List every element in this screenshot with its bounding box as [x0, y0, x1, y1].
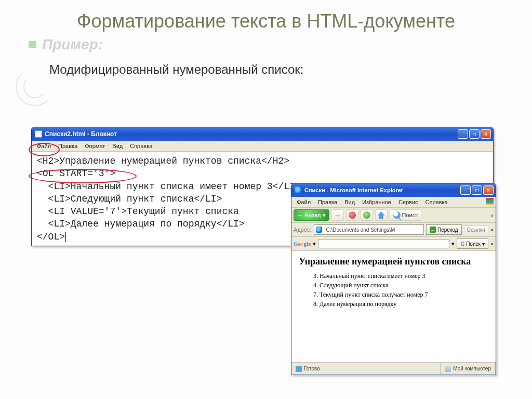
notepad-title: Списки2.html - Блокнот — [45, 130, 458, 138]
ie-title: Списки - Microsoft Internet Explorer — [304, 187, 460, 193]
google-dropdown-icon[interactable]: ▾ — [451, 241, 455, 247]
ie-titlebar[interactable]: Списки - Microsoft Internet Explorer _ □… — [291, 183, 496, 197]
example-label: Пример: — [42, 36, 103, 53]
status-ready: Готово — [291, 363, 441, 375]
numbered-list: Начальный пункт списка имеет номер 3 Сле… — [299, 272, 488, 308]
refresh-button[interactable] — [361, 209, 373, 221]
status-zone-label: Мой компьютер — [453, 366, 491, 371]
chevron-down-icon: ▾ — [482, 241, 485, 247]
notepad-titlebar[interactable]: Списки2.html - Блокнот _ □ × — [32, 127, 493, 141]
ie-content: Управление нумерацией пунктов списка Нач… — [291, 251, 496, 363]
search-button[interactable]: Поиск — [390, 209, 421, 221]
toolbar-more[interactable]: » — [490, 212, 494, 218]
ie-address-bar: Адрес: C:\Documents and Settings\М → Пер… — [291, 223, 496, 237]
status-icon — [296, 366, 302, 372]
address-value: C:\Documents and Settings\М — [326, 227, 395, 233]
menu-view[interactable]: Вид — [341, 198, 358, 206]
menu-file[interactable]: Файл — [294, 198, 314, 206]
menu-edit[interactable]: Правка — [55, 142, 81, 150]
list-item: Далее нумерация по порядку — [320, 300, 488, 308]
list-item: Текущий пункт списка получает номер 7 — [320, 291, 488, 299]
text-cursor — [65, 232, 66, 242]
close-button[interactable]: × — [481, 129, 491, 139]
status-ready-label: Готово — [304, 366, 320, 371]
menu-view[interactable]: Вид — [109, 142, 126, 150]
address-label: Адрес: — [294, 227, 312, 233]
menu-favorites[interactable]: Избранное — [359, 198, 394, 206]
ie-statusbar: Готово Мой компьютер — [291, 362, 496, 375]
stop-button[interactable] — [346, 209, 358, 221]
menu-tools[interactable]: Сервис — [395, 198, 421, 206]
example-bullet: Пример: — [0, 35, 532, 53]
slide-title: Форматирование текста в HTML-документе — [0, 0, 532, 35]
code-line: <OL START='3'> — [37, 167, 488, 180]
minimize-button[interactable]: _ — [458, 129, 468, 139]
code-line: <H2>Управление нумерацией пунктов списка… — [37, 155, 488, 167]
google-g-icon: G — [460, 241, 464, 247]
maximize-button[interactable]: □ — [472, 185, 482, 195]
close-button[interactable]: × — [483, 185, 494, 195]
minimize-button[interactable]: _ — [460, 185, 471, 195]
menu-edit[interactable]: Правка — [315, 198, 340, 206]
ie-window: Списки - Microsoft Internet Explorer _ □… — [291, 183, 496, 375]
menu-help[interactable]: Справка — [127, 142, 155, 150]
ie-nav-toolbar: ← Назад ▾ → Поиск » — [291, 208, 496, 223]
google-dropdown-icon[interactable]: ▾ — [313, 241, 316, 247]
menu-file[interactable]: Файл — [34, 142, 54, 150]
search-label: Поиск — [402, 212, 418, 218]
google-search-label: Поиск — [466, 241, 481, 247]
stop-icon — [349, 211, 356, 219]
go-arrow-icon: → — [430, 227, 436, 233]
page-heading: Управление нумерацией пунктов списка — [299, 256, 488, 267]
forward-button[interactable]: → — [331, 209, 344, 221]
notepad-icon — [35, 130, 42, 138]
list-item: Следующий пункт списка — [320, 282, 488, 289]
back-label: Назад — [304, 212, 321, 218]
toolbar-more[interactable]: » — [490, 241, 494, 247]
forward-arrow-icon: → — [334, 211, 341, 219]
ie-menubar: Файл Правка Вид Избранное Сервис Справка — [291, 197, 496, 208]
refresh-icon — [363, 211, 370, 219]
notepad-menubar: Файл Правка Формат Вид Справка — [32, 141, 493, 152]
windows-flag-icon[interactable] — [486, 198, 494, 205]
my-computer-icon — [445, 366, 451, 372]
home-icon — [378, 211, 385, 219]
status-zone: Мой компьютер — [441, 363, 496, 375]
google-search-input[interactable] — [318, 239, 449, 248]
slide-subtitle: Модифицированный нумерованный список: — [0, 53, 532, 83]
google-logo[interactable]: Google — [294, 241, 311, 247]
menu-format[interactable]: Формат — [82, 142, 108, 150]
list-item: Начальный пункт списка имеет номер 3 — [320, 272, 488, 280]
page-icon — [316, 227, 322, 233]
ie-icon — [295, 187, 302, 194]
links-button[interactable]: Ссылки — [464, 225, 488, 234]
go-button[interactable]: → Переход — [426, 224, 462, 235]
address-input[interactable]: C:\Documents and Settings\М — [314, 224, 424, 235]
bullet-icon — [29, 41, 36, 48]
go-label: Переход — [437, 227, 458, 233]
google-search-button[interactable]: G Поиск ▾ — [457, 238, 488, 249]
google-toolbar: Google ▾ ▾ G Поиск ▾ » — [291, 237, 496, 251]
home-button[interactable] — [375, 209, 388, 221]
chevron-down-icon: ▾ — [323, 212, 326, 219]
search-icon — [393, 211, 401, 219]
back-arrow-icon: ← — [297, 212, 303, 218]
back-button[interactable]: ← Назад ▾ — [294, 209, 329, 221]
maximize-button[interactable]: □ — [469, 129, 480, 139]
menu-help[interactable]: Справка — [422, 198, 451, 206]
toolbar-more[interactable]: » — [490, 227, 494, 233]
